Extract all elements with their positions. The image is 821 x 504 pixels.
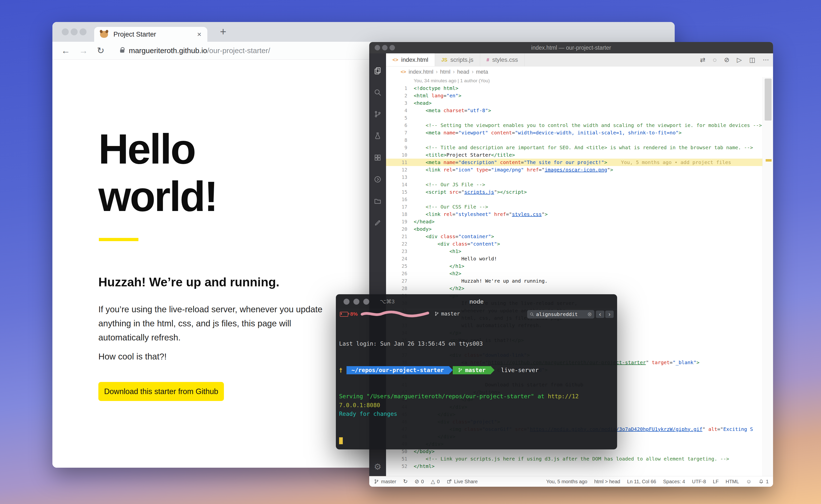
- close-window-button[interactable]: [344, 299, 349, 305]
- activity-folder-icon[interactable]: [369, 190, 386, 212]
- status-item-master[interactable]: master: [374, 479, 396, 484]
- editor-scrollbar[interactable]: [762, 77, 773, 476]
- editor-tab-index.html[interactable]: <>index.html: [386, 53, 435, 66]
- search-next-button[interactable]: ›: [605, 311, 614, 318]
- code-line[interactable]: 17 <!-- Our CSS File -->: [386, 203, 773, 210]
- editor-action-icon[interactable]: ◌: [713, 56, 716, 64]
- activity-source-control-icon[interactable]: [369, 103, 386, 125]
- code-line[interactable]: 23 <h1>: [386, 248, 773, 255]
- code-line[interactable]: 52</html>: [386, 462, 773, 470]
- terminal-output-line: Ready for changes: [339, 410, 615, 419]
- code-line[interactable]: 1<!doctype html>: [386, 84, 773, 92]
- status-item-html-head[interactable]: html > head: [594, 479, 620, 484]
- forward-button[interactable]: →: [79, 45, 88, 56]
- code-line[interactable]: 7 <meta name="viewport" content="width=d…: [386, 129, 773, 136]
- breadcrumb[interactable]: <>index.html›html›head›meta: [386, 66, 773, 77]
- codelens-annotation[interactable]: You, 34 minutes ago | 1 author (You): [386, 77, 773, 84]
- status-item-you-5-months-ago[interactable]: You, 5 months ago: [546, 479, 587, 484]
- code-line[interactable]: 6 <!-- Setting the viewport enables you …: [386, 122, 773, 129]
- status-item-1[interactable]: 1: [758, 479, 769, 484]
- activity-files-icon[interactable]: [369, 60, 386, 82]
- terminal-search-input[interactable]: alignsubreddit ⊗: [527, 310, 594, 318]
- code-line[interactable]: 28 </h2>: [386, 285, 773, 292]
- editor-action-icon[interactable]: ⇄: [700, 56, 705, 64]
- prompt-path-segment: ~/repos/our-project-starter: [346, 366, 449, 374]
- search-icon: [374, 88, 382, 96]
- status-item[interactable]: ☺: [746, 479, 751, 484]
- status-item[interactable]: ↻: [403, 479, 408, 484]
- code-line[interactable]: 27 Huzzah! We're up and running.: [386, 277, 773, 285]
- search-prev-button[interactable]: ‹: [596, 311, 604, 318]
- activity-beaker-icon[interactable]: [369, 125, 386, 147]
- breadcrumb-segment[interactable]: meta: [476, 69, 488, 75]
- editor-action-icon[interactable]: ⋯: [763, 56, 769, 64]
- status-item-spaces-4[interactable]: Spaces: 4: [663, 479, 685, 484]
- code-line[interactable]: 5: [386, 114, 773, 122]
- code-line[interactable]: 15 <script src="scripts.js"></script>: [386, 188, 773, 196]
- status-item-0[interactable]: ⊘0: [415, 479, 424, 484]
- code-line[interactable]: 10 <title>Project Starter</title>: [386, 151, 773, 159]
- tab-project-starter[interactable]: Project Starter ×: [94, 27, 207, 42]
- terminal-output[interactable]: Last login: Sun Jan 26 13:56:45 on ttys0…: [339, 322, 615, 449]
- browser-tab-strip: Project Starter × +: [52, 22, 675, 42]
- minimize-window-button[interactable]: [71, 28, 78, 35]
- zoom-window-button[interactable]: [363, 299, 369, 305]
- breadcrumb-segment[interactable]: index.html: [409, 69, 433, 75]
- editor-action-icon[interactable]: ⊘: [724, 56, 730, 64]
- code-line[interactable]: 24 Hello world!: [386, 255, 773, 262]
- reload-button[interactable]: ↻: [97, 45, 104, 56]
- code-line[interactable]: 18 <link rel="stylesheet" href="styles.c…: [386, 210, 773, 218]
- download-starter-button[interactable]: Download this starter from Github: [98, 382, 224, 401]
- status-item-live-share[interactable]: Live Share: [447, 479, 478, 484]
- activity-extensions-icon[interactable]: [369, 147, 386, 168]
- code-line[interactable]: 20<body>: [386, 225, 773, 233]
- activity-search-icon[interactable]: [369, 82, 386, 103]
- share-icon: [447, 479, 452, 484]
- code-line[interactable]: 19</head>: [386, 218, 773, 225]
- code-line[interactable]: 26 <h2>: [386, 270, 773, 277]
- close-window-button[interactable]: [62, 28, 69, 35]
- code-line[interactable]: 12 <link rel="icon" type="image/png" hre…: [386, 166, 773, 173]
- code-line[interactable]: 9 <!-- Title and description are importa…: [386, 144, 773, 151]
- code-line[interactable]: 21 <div class="container">: [386, 233, 773, 240]
- back-button[interactable]: ←: [61, 45, 70, 56]
- status-item-utf-8[interactable]: UTF-8: [692, 479, 706, 484]
- url-text[interactable]: margueriteroth.github.io/our-project-sta…: [129, 46, 270, 55]
- code-line[interactable]: 8: [386, 136, 773, 144]
- activity-edit-icon[interactable]: [369, 212, 386, 234]
- code-line[interactable]: 14 <!-- Our JS File -->: [386, 181, 773, 188]
- breadcrumb-segment[interactable]: head: [457, 69, 469, 75]
- code-line[interactable]: 3<head>: [386, 99, 773, 107]
- folder-icon: [374, 197, 382, 205]
- minimize-window-button[interactable]: [382, 45, 388, 50]
- code-line[interactable]: 4 <meta charset="utf-8">: [386, 107, 773, 114]
- status-item-lf[interactable]: LF: [713, 479, 719, 484]
- status-item-0[interactable]: △0: [431, 479, 440, 484]
- live-share-icon: [374, 175, 382, 183]
- new-tab-button[interactable]: +: [220, 25, 226, 38]
- close-window-button[interactable]: [375, 45, 380, 50]
- code-line[interactable]: 2<html lang="en">: [386, 92, 773, 99]
- gear-icon[interactable]: ⚙: [369, 462, 386, 472]
- status-item-html[interactable]: HTML: [726, 479, 739, 484]
- breadcrumb-segment[interactable]: html: [440, 69, 451, 75]
- code-line[interactable]: 13: [386, 173, 773, 181]
- code-line[interactable]: 25 </h1>: [386, 262, 773, 270]
- code-line[interactable]: 51 <!-- Link your scripts.js here if usi…: [386, 455, 773, 462]
- editor-action-icon[interactable]: ▷: [737, 56, 742, 64]
- zoom-window-button[interactable]: [80, 28, 86, 35]
- clear-search-icon[interactable]: ⊗: [587, 311, 592, 317]
- zoom-window-button[interactable]: [389, 45, 395, 50]
- status-item-ln-11-col-66[interactable]: Ln 11, Col 66: [627, 479, 656, 484]
- activity-live-share-icon[interactable]: [369, 168, 386, 190]
- editor-tab-styles.css[interactable]: #styles.css: [480, 53, 525, 66]
- code-line[interactable]: 16: [386, 196, 773, 203]
- scrollbar-thumb[interactable]: [765, 79, 772, 121]
- editor-action-icon[interactable]: ◫: [749, 56, 755, 64]
- code-line[interactable]: 11 <meta name="description" content="The…: [386, 159, 773, 166]
- minimize-window-button[interactable]: [353, 299, 359, 305]
- accent-rule: [99, 238, 138, 241]
- close-tab-icon[interactable]: ×: [197, 30, 201, 39]
- editor-tab-scripts.js[interactable]: JSscripts.js: [435, 53, 480, 66]
- code-line[interactable]: 22 <div class="content">: [386, 240, 773, 248]
